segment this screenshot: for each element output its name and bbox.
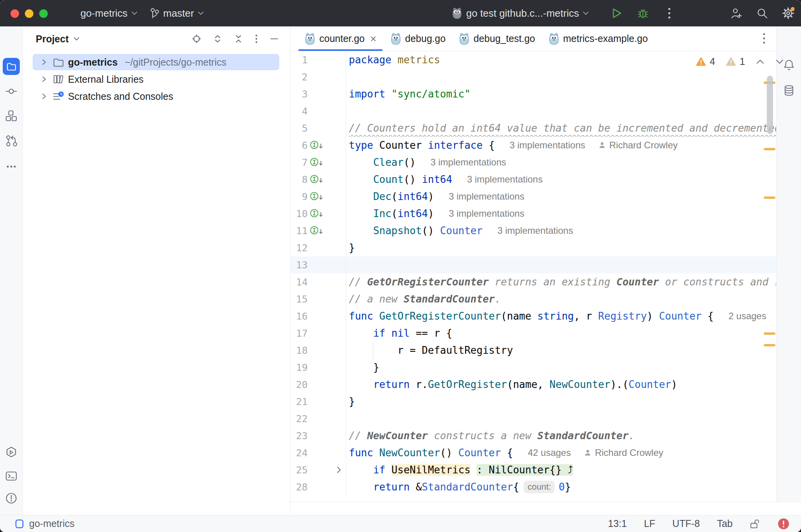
collapse-all-icon[interactable] — [234, 35, 243, 43]
debug-button[interactable] — [636, 7, 650, 20]
run-tool-icon[interactable] — [5, 447, 17, 458]
structure-tool-icon[interactable] — [5, 110, 17, 122]
code-line-3[interactable]: 3import "sync/atomic" — [291, 85, 776, 103]
code-vision-hint[interactable]: 3 implementations — [497, 225, 573, 236]
code-text[interactable]: Count() int643 implementations — [346, 171, 776, 188]
problems-tool-icon[interactable] — [5, 492, 17, 504]
code-text[interactable] — [346, 103, 776, 120]
code-text[interactable]: return &StandardCounter{count:0} — [346, 478, 776, 495]
run-button[interactable] — [610, 7, 623, 20]
code-line-14[interactable]: 14// GetOrRegisterCounter returns an exi… — [291, 273, 776, 290]
code-text[interactable]: Clear()3 implementations — [346, 154, 776, 171]
code-vision-hint[interactable]: 3 implementations — [430, 157, 506, 168]
code-text[interactable]: // GetOrRegisterCounter returns an exist… — [346, 273, 776, 290]
chevron-right-icon[interactable] — [41, 75, 47, 83]
project-selector[interactable]: go-metrics — [80, 0, 138, 26]
window-close-button[interactable] — [10, 9, 19, 18]
implementations-gutter-icon[interactable] — [308, 222, 346, 239]
code-text[interactable] — [346, 68, 776, 85]
terminal-tool-icon[interactable] — [5, 470, 17, 482]
code-vision-hint[interactable]: 3 implementations — [449, 191, 524, 202]
more-actions-menu[interactable] — [663, 7, 676, 20]
window-minimize-button[interactable] — [25, 9, 33, 18]
code-line-25[interactable]: 25 if UseNilMetrics : NilCounter{} ⤴ — [291, 461, 776, 478]
tab-options-kebab-icon[interactable] — [763, 32, 765, 45]
code-line-13[interactable]: 13 — [291, 256, 776, 273]
tab-counter.go[interactable]: counter.go — [298, 26, 383, 51]
git-branch-selector[interactable]: master — [149, 0, 204, 26]
code-line-8[interactable]: 8 Count() int643 implementations — [291, 171, 776, 188]
implementations-gutter-icon[interactable] — [308, 171, 346, 188]
code-text[interactable]: Inc(int64)3 implementations — [346, 205, 776, 222]
code-vision-hint[interactable]: 3 implementations — [467, 174, 543, 185]
code-text[interactable]: r = DefaultRegistry — [346, 342, 776, 359]
code-text[interactable]: // a new StandardCounter. — [346, 290, 776, 308]
hide-panel-icon[interactable] — [270, 35, 279, 43]
next-problem-icon[interactable] — [775, 59, 784, 64]
code-vision-hint[interactable]: 2 usages — [728, 311, 766, 322]
editor-scrollbar-thumb[interactable] — [767, 76, 773, 134]
indent-style[interactable]: Tab — [717, 518, 733, 529]
error-status-icon[interactable] — [778, 518, 789, 530]
tab-debug_test.go[interactable]: debug_test.go — [452, 26, 541, 51]
tab-metrics-example.go[interactable]: metrics-example.go — [542, 26, 654, 51]
code-line-5[interactable]: 5// Counters hold an int64 value that ca… — [291, 120, 776, 137]
code-line-24[interactable]: 24func NewCounter() Counter {42 usagesRi… — [291, 444, 776, 461]
code-text[interactable]: // NewCounter constructs a new StandardC… — [346, 427, 776, 444]
code-vision-hint[interactable]: 42 usages — [528, 447, 571, 458]
implementations-gutter-icon[interactable] — [308, 205, 346, 222]
project-tool-button[interactable] — [3, 58, 20, 75]
code-text[interactable]: return r.GetOrRegister(name, NewCounter)… — [346, 376, 776, 393]
code-text[interactable]: func NewCounter() Counter {42 usagesRich… — [346, 444, 776, 461]
line-separator[interactable]: LF — [644, 518, 655, 529]
tree-item-Scratches and Consoles[interactable]: Scratches and Consoles — [23, 88, 290, 105]
code-text[interactable]: } — [346, 239, 776, 256]
expand-all-icon[interactable] — [213, 35, 222, 43]
code-vision-hint[interactable]: 3 implementations — [510, 140, 585, 151]
tree-item-External Libraries[interactable]: External Libraries — [23, 71, 290, 88]
fold-gutter-icon[interactable] — [308, 461, 346, 478]
code-line-15[interactable]: 15// a new StandardCounter. — [291, 290, 776, 308]
tree-item-go-metrics[interactable]: go-metrics~/gitProjects/go-metrics — [23, 54, 290, 71]
code-line-28[interactable]: 28 return &StandardCounter{count:0} — [291, 478, 776, 495]
close-icon[interactable] — [369, 35, 377, 43]
chevron-down-icon[interactable] — [73, 37, 80, 41]
code-editor[interactable]: 1package metrics23import "sync/atomic"45… — [291, 51, 776, 502]
implementations-gutter-icon[interactable] — [308, 154, 346, 171]
database-icon[interactable] — [783, 85, 795, 96]
code-line-17[interactable]: 17 if nil == r { — [291, 325, 776, 342]
code-text[interactable]: import "sync/atomic" — [346, 85, 776, 103]
caret-position[interactable]: 13:1 — [608, 518, 627, 529]
code-line-2[interactable]: 2 — [291, 68, 776, 85]
implementations-gutter-icon[interactable] — [308, 137, 346, 154]
code-line-10[interactable]: 10 Inc(int64)3 implementations — [291, 205, 776, 222]
code-text[interactable]: // Counters hold an int64 value that can… — [346, 120, 776, 137]
implementations-gutter-icon[interactable] — [308, 188, 346, 205]
inspections-widget[interactable]: 4 1 — [696, 56, 784, 67]
window-zoom-button[interactable] — [39, 9, 48, 18]
chevron-right-icon[interactable] — [41, 58, 47, 66]
code-text[interactable]: type Counter interface {3 implementation… — [346, 137, 776, 154]
code-text[interactable]: func GetOrRegisterCounter(name string, r… — [346, 308, 776, 325]
code-text[interactable]: if UseNilMetrics : NilCounter{} ⤴ — [346, 461, 776, 478]
search-everywhere-icon[interactable] — [756, 7, 769, 20]
code-line-4[interactable]: 4 — [291, 103, 776, 120]
code-line-18[interactable]: 18 r = DefaultRegistry — [291, 342, 776, 359]
code-line-19[interactable]: 19 } — [291, 359, 776, 376]
tab-debug.go[interactable]: debug.go — [383, 26, 452, 51]
code-line-22[interactable]: 22 — [291, 410, 776, 427]
code-text[interactable] — [346, 410, 776, 427]
code-line-9[interactable]: 9 Dec(int64)3 implementations — [291, 188, 776, 205]
code-line-7[interactable]: 7 Clear()3 implementations — [291, 154, 776, 171]
notifications-bell-icon[interactable] — [783, 59, 795, 71]
code-author-hint[interactable]: Richard Crowley — [584, 447, 663, 458]
code-line-21[interactable]: 21} — [291, 393, 776, 410]
locate-file-icon[interactable] — [192, 35, 201, 43]
code-text[interactable] — [346, 256, 776, 273]
code-author-hint[interactable]: Richard Crowley — [598, 140, 677, 151]
panel-options-kebab-icon[interactable] — [255, 34, 258, 43]
lock-icon[interactable] — [750, 518, 761, 529]
code-text[interactable]: Snapshot() Counter3 implementations — [346, 222, 776, 239]
code-text[interactable]: if nil == r { — [346, 325, 776, 342]
code-with-me-icon[interactable] — [730, 7, 743, 20]
